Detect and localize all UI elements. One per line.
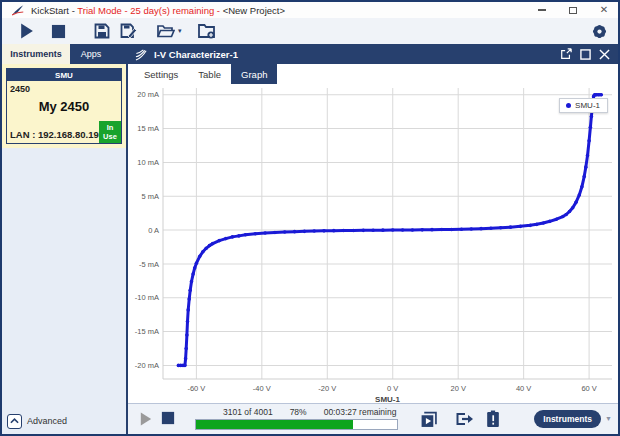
svg-text:-20 V: -20 V — [318, 384, 336, 393]
main-toolbar: ▾ — [2, 18, 618, 44]
open-project-caret-icon[interactable]: ▾ — [178, 27, 182, 35]
stop-icon — [161, 411, 175, 425]
panel-header: I-V Characterizer-1 — [128, 44, 618, 64]
progress-bar-fill — [196, 420, 353, 429]
gear-icon — [591, 23, 608, 40]
svg-text:-20 mA: -20 mA — [135, 361, 159, 370]
advanced-expand-button[interactable] — [7, 414, 22, 429]
instrument-model: 2450 — [7, 81, 121, 94]
advanced-label: Advanced — [27, 416, 67, 426]
legend-label: SMU-1 — [575, 101, 600, 110]
popout-button[interactable] — [558, 46, 574, 62]
window-title: KickStart - Trial Mode - 25 day(s) remai… — [31, 5, 285, 16]
kickstart-window: KickStart - Trial Mode - 25 day(s) remai… — [0, 0, 620, 436]
script-run-icon — [420, 411, 437, 428]
export-icon — [455, 411, 473, 427]
stop-icon — [51, 24, 66, 39]
advanced-row: Advanced — [2, 408, 126, 434]
progress-bar — [195, 419, 398, 430]
svg-text:20 V: 20 V — [450, 384, 465, 393]
kickstart-logo-icon — [12, 5, 24, 16]
instruments-sidebar: Instruments Apps SMU 2450 My 2450 LAN : … — [2, 44, 128, 434]
instrument-type-label: SMU — [7, 69, 121, 81]
svg-text:-15 mA: -15 mA — [135, 327, 159, 336]
open-folder-icon — [157, 24, 175, 39]
settings-button[interactable] — [591, 20, 608, 42]
instrument-list: SMU 2450 My 2450 LAN : 192.168.80.19 In … — [2, 64, 126, 408]
panel-tab-bar: Settings Table Graph — [128, 64, 618, 84]
new-project-button[interactable] — [198, 20, 216, 42]
in-use-badge: In Use — [99, 121, 121, 143]
svg-text:10 mA: 10 mA — [137, 158, 159, 167]
legend-marker — [566, 103, 571, 108]
iv-curve-chart: 20 mA15 mA10 mA5 mA0 A-5 mA-10 mA-15 mA-… — [128, 84, 618, 403]
open-project-button[interactable] — [157, 20, 175, 42]
instruments-dropdown-button[interactable]: Instruments — [534, 410, 601, 428]
status-stop-button[interactable] — [161, 411, 175, 429]
tab-apps[interactable]: Apps — [70, 44, 112, 64]
title-app: KickStart - — [31, 5, 77, 16]
status-run-button[interactable] — [138, 411, 153, 431]
svg-text:40 V: 40 V — [516, 384, 531, 393]
svg-text:60 V: 60 V — [581, 384, 596, 393]
play-icon — [18, 22, 35, 40]
panel-maximize-button[interactable] — [577, 46, 593, 62]
svg-text:5 mA: 5 mA — [142, 192, 159, 201]
run-button[interactable] — [18, 20, 35, 42]
svg-text:-5 mA: -5 mA — [139, 260, 159, 269]
status-bar: 3101 of 4001 78% 00:03:27 remaining — [128, 403, 618, 434]
panel-title: I-V Characterizer-1 — [154, 49, 238, 60]
iv-characterizer-panel: I-V Characterizer-1 Settings Table Graph… — [128, 44, 618, 434]
run-log-button[interactable] — [420, 411, 437, 432]
maximize-button[interactable] — [567, 4, 579, 16]
save-as-icon — [120, 23, 137, 39]
svg-text:-60 V: -60 V — [187, 384, 205, 393]
chevron-up-icon — [10, 418, 19, 424]
svg-text:SMU-1: SMU-1 — [375, 395, 400, 403]
tab-settings[interactable]: Settings — [134, 64, 188, 84]
error-log-button[interactable] — [486, 410, 500, 432]
instrument-connection: LAN : 192.168.80.19 — [10, 129, 99, 143]
clipboard-warning-icon — [486, 410, 500, 428]
maximize-icon — [580, 49, 591, 60]
graph-area: 20 mA15 mA10 mA5 mA0 A-5 mA-10 mA-15 mA-… — [128, 84, 618, 403]
title-trial-mode: Trial Mode - 25 day(s) remaining - — [77, 5, 222, 16]
instrument-card[interactable]: SMU 2450 My 2450 LAN : 192.168.80.19 In … — [2, 64, 126, 148]
svg-text:-40 V: -40 V — [253, 384, 271, 393]
svg-text:-10 mA: -10 mA — [135, 293, 159, 302]
new-folder-icon — [198, 23, 216, 39]
time-remaining: 00:03:27 remaining — [324, 407, 397, 417]
popout-icon — [560, 48, 572, 60]
svg-text:15 mA: 15 mA — [137, 124, 159, 133]
save-as-button[interactable] — [120, 20, 137, 42]
iv-characterizer-icon — [134, 48, 149, 61]
tab-table[interactable]: Table — [188, 64, 231, 84]
instrument-name: My 2450 — [7, 99, 121, 114]
save-button[interactable] — [94, 20, 110, 42]
svg-text:20 mA: 20 mA — [137, 90, 159, 99]
sidebar-tab-bar: Instruments Apps — [2, 44, 126, 64]
svg-text:0 A: 0 A — [148, 226, 159, 235]
save-icon — [94, 23, 110, 39]
title-bar: KickStart - Trial Mode - 25 day(s) remai… — [2, 2, 618, 18]
tab-instruments[interactable]: Instruments — [2, 44, 70, 64]
title-project: <New Project> — [223, 5, 285, 16]
progress-text-row: 3101 of 4001 78% 00:03:27 remaining — [223, 407, 396, 417]
export-button[interactable] — [455, 411, 473, 431]
chart-legend[interactable]: SMU-1 — [559, 98, 608, 113]
instruments-caret-icon[interactable]: ▼ — [605, 415, 612, 422]
tab-graph[interactable]: Graph — [231, 64, 277, 84]
progress-percent: 78% — [290, 407, 307, 417]
stop-button[interactable] — [51, 20, 66, 42]
close-button[interactable]: ✕ — [598, 4, 610, 16]
svg-text:0 V: 0 V — [387, 384, 398, 393]
panel-close-button[interactable] — [596, 46, 612, 62]
close-x-icon — [599, 49, 610, 60]
progress-count: 3101 of 4001 — [223, 407, 273, 417]
play-icon — [138, 411, 153, 427]
minimize-button[interactable] — [536, 4, 548, 16]
